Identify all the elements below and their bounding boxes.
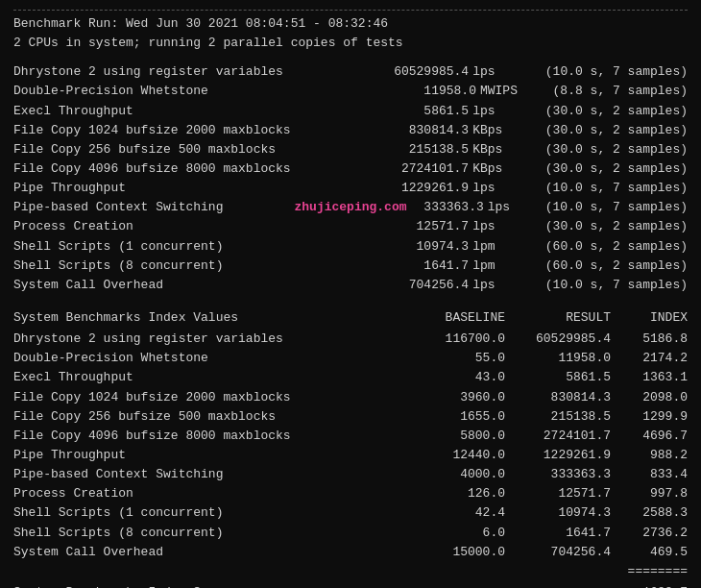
benchmark-value: 830814.3 [373,121,469,140]
index-table-row: Execl Throughput43.05861.51363.1 [13,368,688,387]
spacer [133,217,373,236]
benchmark-label: File Copy 1024 bufsize 2000 maxblocks [13,121,291,140]
index-header-index: INDEX [611,308,688,328]
index-row-index: 4696.7 [611,427,688,446]
benchmark-value: 1641.7 [373,257,469,276]
index-table-header: System Benchmarks Index ValuesBASELINERE… [13,308,688,328]
benchmark-label: Pipe Throughput [13,179,126,198]
index-row-result: 1229261.9 [505,446,611,465]
benchmark-unit: KBps [469,159,526,179]
index-row-result: 10974.3 [505,503,611,523]
index-row-baseline: 5800.0 [399,427,505,446]
benchmark-unit: KBps [469,121,526,140]
benchmark-timing: (8.8 s, 7 samples) [534,82,688,101]
spacer [208,82,380,101]
index-table-row: File Copy 1024 bufsize 2000 maxblocks396… [13,388,688,407]
header-section: Benchmark Run: Wed Jun 30 2021 08:04:51 … [13,14,688,53]
index-row-result: 60529985.4 [505,330,611,349]
spacer [291,121,374,140]
benchmark-timing: (60.0 s, 2 samples) [526,257,688,276]
score-value: 1688.7 [611,583,688,588]
index-row-label: Dhrystone 2 using register variables [13,330,399,349]
index-row-label: Shell Scripts (1 concurrent) [13,503,399,523]
spacer [223,257,373,276]
index-row-baseline: 116700.0 [399,330,505,349]
benchmark-label: File Copy 4096 bufsize 8000 maxblocks [13,159,291,179]
index-row-baseline: 126.0 [399,484,505,503]
benchmark-row: Double-Precision Whetstone11958.0MWIPS (… [13,82,688,101]
benchmark-value: 10974.3 [373,237,469,257]
index-table-row: Shell Scripts (1 concurrent)42.410974.32… [13,503,688,523]
benchmark-unit: lps [469,62,526,82]
index-table-row: Dhrystone 2 using register variables1167… [13,330,688,349]
benchmark-value: 5861.5 [373,102,469,121]
index-row-baseline: 4000.0 [399,465,505,484]
index-row-label: File Copy 256 bufsize 500 maxblocks [13,407,399,427]
benchmark-list: Dhrystone 2 using register variables6052… [13,62,688,295]
benchmark-row: Process Creation12571.7lps (30.0 s, 2 sa… [13,217,688,236]
benchmark-unit: MWIPS [476,82,534,101]
benchmark-row: Shell Scripts (1 concurrent)10974.3lpm (… [13,237,688,257]
index-table-row: Pipe-based Context Switching4000.0333363… [13,465,688,484]
benchmark-timing: (60.0 s, 2 samples) [526,237,688,257]
index-row-result: 5861.5 [505,368,611,387]
index-row-label: Pipe Throughput [13,446,399,465]
benchmark-row: Execl Throughput5861.5lps (30.0 s, 2 sam… [13,102,688,121]
benchmark-label: Dhrystone 2 using register variables [13,62,283,82]
index-row-baseline: 1655.0 [399,407,505,427]
index-row-label: System Call Overhead [13,543,399,562]
benchmark-row: Dhrystone 2 using register variables6052… [13,62,688,82]
header-line2: 2 CPUs in system; running 2 parallel cop… [13,34,688,53]
benchmark-label: File Copy 256 bufsize 500 maxblocks [13,140,276,159]
index-row-index: 2588.3 [611,503,688,523]
index-row-label: Pipe-based Context Switching [13,465,399,484]
benchmark-timing: (10.0 s, 7 samples) [526,62,688,82]
index-row-label: Process Creation [13,484,399,503]
index-row-index: 2098.0 [611,388,688,407]
index-row-index: 1299.9 [611,407,688,427]
index-header-label: System Benchmarks Index Values [13,308,399,328]
index-row-index: 997.8 [611,484,688,503]
benchmark-row: Pipe Throughput1229261.9lps (10.0 s, 7 s… [13,179,688,198]
index-header-baseline: BASELINE [399,308,505,328]
spacer [276,140,373,159]
benchmark-label: Process Creation [13,217,133,236]
benchmark-unit: lps [469,276,526,295]
header-line1: Benchmark Run: Wed Jun 30 2021 08:04:51 … [13,14,688,34]
benchmark-unit: lpm [469,237,526,257]
benchmark-value: 704256.4 [373,276,469,295]
benchmark-row: Shell Scripts (8 concurrent)1641.7lpm (6… [13,257,688,276]
index-row-baseline: 6.0 [399,524,505,543]
benchmark-timing: (30.0 s, 2 samples) [526,102,688,121]
index-row-result: 333363.3 [505,465,611,484]
index-row-result: 704256.4 [505,543,611,562]
index-row-result: 1641.7 [505,524,611,543]
spacer [133,102,373,121]
index-row-baseline: 43.0 [399,368,505,387]
spacer [283,62,373,82]
benchmark-timing: (10.0 s, 7 samples) [526,179,688,198]
benchmark-timing: (30.0 s, 2 samples) [526,140,688,159]
benchmark-row: File Copy 4096 bufsize 8000 maxblocks272… [13,159,688,179]
benchmark-value: 60529985.4 [373,62,469,82]
index-row-index: 833.4 [611,465,688,484]
benchmark-value: 1229261.9 [373,179,469,198]
spacer [291,159,374,179]
index-row-index: 2174.2 [611,349,688,368]
benchmark-unit: KBps [469,140,526,159]
index-table-row: File Copy 4096 bufsize 8000 maxblocks580… [13,427,688,446]
benchmark-timing: (30.0 s, 2 samples) [526,217,688,236]
index-row-index: 988.2 [611,446,688,465]
benchmark-label: Double-Precision Whetstone [13,82,208,101]
benchmark-timing: (10.0 s, 7 samples) [542,198,688,217]
benchmark-unit: lps [484,198,542,217]
index-row-label: Shell Scripts (8 concurrent) [13,524,399,543]
index-row-result: 215138.5 [505,407,611,427]
benchmark-value: 215138.5 [373,140,469,159]
index-table-row: Double-Precision Whetstone55.011958.0217… [13,349,688,368]
benchmark-label: Pipe-based Context Switching [13,198,223,217]
benchmark-unit: lps [469,179,526,198]
spacer [126,179,373,198]
index-section: System Benchmarks Index ValuesBASELINERE… [13,308,688,588]
score-label: System Benchmarks Index Score [13,583,611,588]
